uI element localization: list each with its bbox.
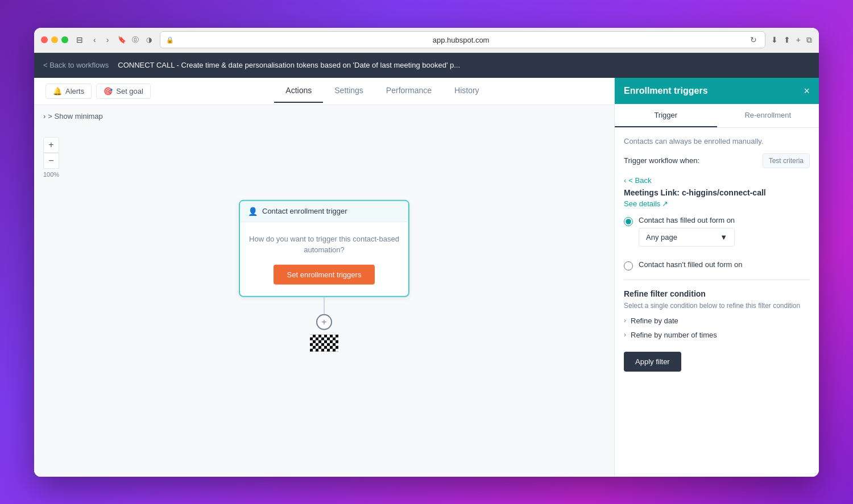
panel-tab-reenrollment[interactable]: Re-enrollment — [717, 104, 819, 127]
tab-history[interactable]: History — [443, 79, 491, 103]
refine-times-chevron-icon: › — [624, 331, 626, 339]
panel-close-btn[interactable]: × — [804, 86, 810, 96]
radio-filled-label: Contact has filled out form on — [639, 216, 735, 224]
alerts-btn[interactable]: 🔔 Alerts — [45, 84, 92, 99]
trigger-workflow-row: Trigger workflow when: Test criteria — [624, 153, 810, 168]
test-criteria-btn[interactable]: Test criteria — [763, 153, 810, 168]
fullscreen-traffic-light[interactable] — [61, 36, 68, 43]
add-step-btn[interactable]: + — [316, 314, 332, 330]
divider — [624, 280, 810, 280]
lock-icon: 🔒 — [166, 36, 174, 44]
set-enrollment-triggers-btn[interactable]: Set enrollment triggers — [274, 264, 375, 284]
right-panel: Enrollment triggers × Trigger Re-enrollm… — [614, 78, 819, 477]
canvas-center: 👤 Contact enrollment trigger How do you … — [239, 199, 409, 351]
back-btn[interactable]: ‹ — [91, 34, 98, 45]
goal-icon: 🎯 — [103, 87, 113, 95]
minimap-label: > Show minimap — [48, 112, 102, 120]
refine-date-chevron-icon: › — [624, 316, 626, 324]
radio-filled-input[interactable] — [624, 217, 633, 226]
alerts-label: Alerts — [65, 87, 84, 95]
back-panel-label: < Back — [628, 176, 651, 185]
radio-not-filled-label: Contact hasn't filled out form on — [639, 260, 742, 269]
refine-by-times-label: Refine by number of times — [631, 331, 717, 339]
back-panel-link[interactable]: ‹ < Back — [624, 176, 810, 185]
any-page-value: Any page — [646, 233, 677, 241]
top-nav: < Back to workflows CONNECT CALL - Creat… — [34, 53, 819, 78]
any-page-dropdown[interactable]: Any page ▼ — [639, 228, 735, 247]
panel-title: Enrollment triggers — [624, 86, 708, 96]
see-details-link[interactable]: See details ↗ — [624, 199, 810, 208]
main-area: 🔔 Alerts 🎯 Set goal Actions Settings Per… — [34, 78, 819, 477]
set-goal-label: Set goal — [116, 87, 143, 95]
refine-section-title: Refine filter condition — [624, 289, 810, 298]
browser-actions: ⬇ ⬆ + ⧉ — [771, 35, 812, 45]
copy-tab-btn[interactable]: ⧉ — [806, 35, 812, 45]
share-btn[interactable]: ⬆ — [784, 35, 790, 45]
radio-filled-content: Contact has filled out form on Any page … — [639, 216, 735, 253]
browser-window: ⊟ ‹ › 🔖 ⓪ ◑ 🔒 app.hubspot.com ↻ ⬇ ⬆ + ⧉ … — [34, 28, 819, 477]
zoom-in-btn[interactable]: + — [43, 137, 59, 153]
zoom-controls: + − 100% — [43, 137, 59, 178]
trigger-card-body: How do you want to trigger this contact-… — [240, 222, 408, 295]
back-chevron-icon: ‹ — [624, 176, 626, 185]
trigger-card-description: How do you want to trigger this contact-… — [249, 233, 399, 255]
checkered-pattern — [310, 334, 338, 351]
forward-btn[interactable]: › — [104, 34, 111, 45]
panel-tabs: Trigger Re-enrollment — [615, 104, 819, 128]
radio-option-not-filled: Contact hasn't filled out form on — [624, 260, 810, 270]
traffic-lights — [41, 36, 68, 43]
set-goal-btn[interactable]: 🎯 Set goal — [96, 84, 151, 99]
minimap-chevron-icon: › — [43, 112, 45, 120]
apply-filter-btn[interactable]: Apply filter — [624, 352, 681, 372]
trigger-card-title: Contact enrollment trigger — [262, 207, 347, 215]
trigger-card: 👤 Contact enrollment trigger How do you … — [239, 199, 409, 297]
alert-icon: 🔔 — [53, 87, 62, 95]
browser-chrome: ⊟ ‹ › 🔖 ⓪ ◑ 🔒 app.hubspot.com ↻ ⬇ ⬆ + ⧉ — [34, 28, 819, 53]
refine-by-date-label: Refine by date — [631, 316, 678, 325]
connector-line — [324, 297, 325, 314]
panel-tab-trigger[interactable]: Trigger — [615, 104, 717, 127]
refresh-btn[interactable]: ↻ — [748, 34, 759, 45]
external-link-icon: ↗ — [662, 199, 668, 208]
refine-by-times[interactable]: › Refine by number of times — [624, 331, 810, 339]
canvas[interactable]: › > Show minimap + − 100% 👤 Contact — [34, 105, 614, 477]
workflow-title: CONNECT CALL - Create time & date person… — [118, 61, 810, 69]
dropdown-chevron-icon: ▼ — [720, 233, 727, 241]
ext-icon-2[interactable]: ⓪ — [130, 35, 140, 45]
ext-icon-3[interactable]: ◑ — [144, 35, 154, 45]
meetings-link-title: Meetings Link: c-higgins/connect-call — [624, 188, 810, 197]
contact-icon: 👤 — [248, 206, 258, 215]
close-traffic-light[interactable] — [41, 36, 48, 43]
tab-actions[interactable]: Actions — [274, 79, 323, 103]
download-btn[interactable]: ⬇ — [771, 35, 778, 45]
trigger-workflow-label: Trigger workflow when: — [624, 156, 699, 165]
minimap-toggle[interactable]: › > Show minimap — [43, 112, 103, 120]
back-to-workflows-link[interactable]: < Back to workflows — [43, 61, 109, 69]
app-content: < Back to workflows CONNECT CALL - Creat… — [34, 53, 819, 477]
zoom-out-btn[interactable]: − — [43, 153, 59, 169]
panel-info-text: Contacts can always be enrolled manually… — [624, 137, 810, 145]
panel-body: Contacts can always be enrolled manually… — [615, 128, 819, 477]
zoom-level: 100% — [43, 171, 59, 178]
url-text: app.hubspot.com — [177, 36, 744, 44]
tab-settings[interactable]: Settings — [323, 79, 375, 103]
refine-section-desc: Select a single condition below to refin… — [624, 302, 810, 310]
radio-not-filled-input[interactable] — [624, 261, 633, 270]
toolbar-tabs: Actions Settings Performance History — [162, 79, 603, 103]
tab-performance[interactable]: Performance — [375, 79, 443, 103]
toolbar: 🔔 Alerts 🎯 Set goal Actions Settings Per… — [34, 78, 614, 105]
canvas-area: 🔔 Alerts 🎯 Set goal Actions Settings Per… — [34, 78, 614, 477]
extension-icons: 🔖 ⓪ ◑ — [117, 35, 154, 45]
panel-header: Enrollment triggers × — [615, 78, 819, 104]
minimize-traffic-light[interactable] — [51, 36, 58, 43]
toolbar-left: 🔔 Alerts 🎯 Set goal — [45, 84, 151, 99]
refine-by-date[interactable]: › Refine by date — [624, 316, 810, 325]
new-tab-btn[interactable]: + — [796, 35, 801, 45]
sidebar-toggle-btn[interactable]: ⊟ — [74, 34, 85, 45]
pocket-icon[interactable]: 🔖 — [117, 35, 127, 45]
address-bar[interactable]: 🔒 app.hubspot.com ↻ — [160, 31, 765, 48]
trigger-card-header: 👤 Contact enrollment trigger — [240, 201, 408, 222]
see-details-label: See details — [624, 199, 660, 208]
radio-option-filled: Contact has filled out form on Any page … — [624, 216, 810, 253]
